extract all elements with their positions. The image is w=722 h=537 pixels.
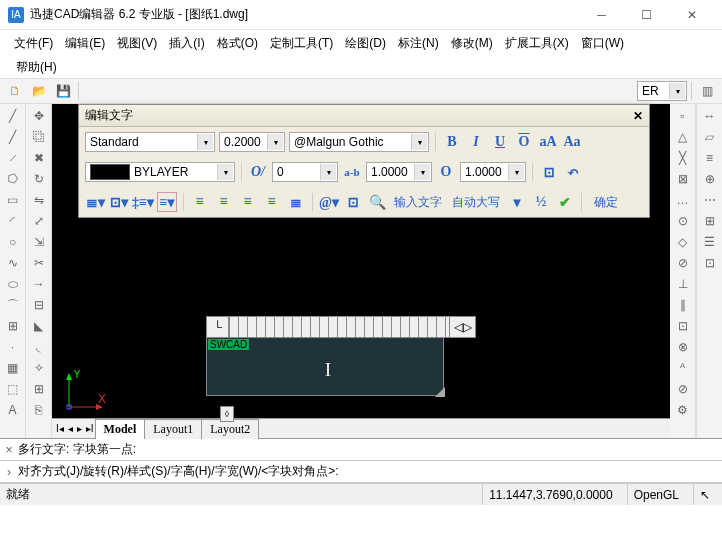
undo-icon[interactable]: ↶ [563, 162, 583, 182]
snap-ins-icon[interactable]: ⊡ [672, 316, 694, 336]
area-icon[interactable]: ▱ [699, 127, 721, 147]
color-picker-stub[interactable]: ▥ [696, 80, 718, 102]
mtext-ruler[interactable]: └ ◁▷ [206, 316, 476, 338]
offset-icon[interactable]: ⎘ [28, 400, 50, 420]
align-dist-icon[interactable]: ≣ [286, 192, 306, 212]
snap-end-icon[interactable]: ▫ [672, 106, 694, 126]
list-icon[interactable]: ≡ [699, 148, 721, 168]
extend-icon[interactable]: → [28, 274, 50, 294]
region-icon[interactable]: ⬚ [2, 379, 24, 399]
copy-icon[interactable]: ⿻ [28, 127, 50, 147]
misc3-icon[interactable]: ☰ [699, 232, 721, 252]
misc2-icon[interactable]: ⊞ [699, 211, 721, 231]
insert-block-icon[interactable]: ⊞ [2, 316, 24, 336]
snap-settings-icon[interactable]: ⚙ [672, 400, 694, 420]
tab-nav-next[interactable]: ▸ [75, 423, 84, 434]
move-icon[interactable]: ✥ [28, 106, 50, 126]
ruler-width-handles[interactable]: ◁▷ [449, 317, 475, 337]
menu-edit[interactable]: 编辑(E) [61, 32, 109, 55]
save-icon[interactable]: 💾 [52, 80, 74, 102]
oblique-combo[interactable]: 0▾ [272, 162, 338, 182]
stretch-icon[interactable]: ⇲ [28, 232, 50, 252]
snap-cen-icon[interactable]: ⊙ [672, 211, 694, 231]
misc1-icon[interactable]: ⋯ [699, 190, 721, 210]
line-icon[interactable]: ╱ [2, 106, 24, 126]
overline-button[interactable]: O [514, 132, 534, 152]
linespacing-icon[interactable]: ‡≡▾ [133, 192, 153, 212]
tab-nav-prev[interactable]: ◂ [66, 423, 75, 434]
snap-appint-icon[interactable]: ⊠ [672, 169, 694, 189]
ellipse-icon[interactable]: ⬭ [2, 274, 24, 294]
minimize-button[interactable]: ─ [579, 1, 624, 29]
menu-dim[interactable]: 标注(N) [394, 32, 443, 55]
bold-button[interactable]: B [442, 132, 462, 152]
italic-button[interactable]: I [466, 132, 486, 152]
snap-tan-icon[interactable]: ⊘ [672, 253, 694, 273]
ruler-toggle-icon[interactable]: ⊡ [539, 162, 559, 182]
align-left-icon[interactable]: ≡ [190, 192, 210, 212]
break-icon[interactable]: ⊟ [28, 295, 50, 315]
case-upper-button[interactable]: Aa [562, 132, 582, 152]
dialog-close-icon[interactable]: ✕ [633, 109, 643, 123]
status-cursor-icon[interactable]: ↖ [693, 484, 716, 505]
close-button[interactable]: ✕ [669, 1, 714, 29]
dist-icon[interactable]: ↔ [699, 106, 721, 126]
menu-insert[interactable]: 插入(I) [165, 32, 208, 55]
color-combo[interactable]: BYLAYER ▾ [85, 162, 235, 182]
polygon-icon[interactable]: ⭔ [2, 169, 24, 189]
find-icon[interactable]: 🔍 [367, 192, 387, 212]
align-center-icon[interactable]: ≡ [214, 192, 234, 212]
tab-model[interactable]: Model [95, 419, 146, 439]
field-icon[interactable]: ⊡ [343, 192, 363, 212]
fillet-icon[interactable]: ◟ [28, 337, 50, 357]
stack-icon[interactable]: ½ [531, 192, 551, 212]
snap-quad-icon[interactable]: ◇ [672, 232, 694, 252]
snap-ext-icon[interactable]: … [672, 190, 694, 210]
erase-icon[interactable]: ✖ [28, 148, 50, 168]
resize-grip-icon[interactable] [435, 387, 445, 397]
case-lower-button[interactable]: aA [538, 132, 558, 152]
ruler-ticks[interactable] [229, 317, 449, 337]
align-justify-icon[interactable]: ≡ [262, 192, 282, 212]
cmd-close-icon[interactable]: × [0, 443, 18, 457]
rect-icon[interactable]: ▭ [2, 190, 24, 210]
menu-file[interactable]: 文件(F) [10, 32, 57, 55]
snap-none-icon[interactable]: ⊘ [672, 379, 694, 399]
options-check-icon[interactable]: ✔ [555, 192, 575, 212]
hatch-icon[interactable]: ▦ [2, 358, 24, 378]
open-icon[interactable]: 📂 [28, 80, 50, 102]
command-input-line[interactable]: › 对齐方式(J)/旋转(R)/样式(S)/字高(H)/字宽(W)/<字块对角点… [0, 461, 722, 483]
align-right-icon[interactable]: ≡ [238, 192, 258, 212]
explode-icon[interactable]: ✧ [28, 358, 50, 378]
trim-icon[interactable]: ✂ [28, 253, 50, 273]
dialog-titlebar[interactable]: 编辑文字 ✕ [79, 105, 649, 127]
snap-near-icon[interactable]: ᴬ [672, 358, 694, 378]
new-icon[interactable]: 🗋 [4, 80, 26, 102]
point-icon[interactable]: · [2, 337, 24, 357]
scale-icon[interactable]: ⤢ [28, 211, 50, 231]
misc4-icon[interactable]: ⊡ [699, 253, 721, 273]
menu-modify[interactable]: 修改(M) [447, 32, 497, 55]
menu-help[interactable]: 帮助(H) [16, 59, 57, 76]
polyline-icon[interactable]: ╱ [2, 127, 24, 147]
menu-custom-tools[interactable]: 定制工具(T) [266, 32, 337, 55]
xline-icon[interactable]: ⟋ [2, 148, 24, 168]
layer-combo-stub[interactable]: ER▾ [637, 81, 687, 101]
menu-format[interactable]: 格式(O) [213, 32, 262, 55]
snap-int-icon[interactable]: ╳ [672, 148, 694, 168]
numbering-icon[interactable]: ≡▾ [157, 192, 177, 212]
menu-view[interactable]: 视图(V) [113, 32, 161, 55]
autocaps-dropdown-icon[interactable]: ▾ [507, 192, 527, 212]
tab-layout1[interactable]: Layout1 [144, 419, 202, 439]
text-style-combo[interactable]: Standard▾ [85, 132, 215, 152]
columns-icon[interactable]: ≣▾ [85, 192, 105, 212]
menu-draw[interactable]: 绘图(D) [341, 32, 390, 55]
array-icon[interactable]: ⊞ [28, 379, 50, 399]
arc-icon[interactable]: ◜ [2, 211, 24, 231]
tab-nav-first[interactable]: I◂ [54, 423, 66, 434]
spline-icon[interactable]: ∿ [2, 253, 24, 273]
ruler-tab-handle[interactable]: ◊ [220, 406, 234, 422]
status-render[interactable]: OpenGL [627, 484, 685, 505]
snap-mid-icon[interactable]: △ [672, 127, 694, 147]
tracking-combo[interactable]: 1.0000▾ [366, 162, 432, 182]
